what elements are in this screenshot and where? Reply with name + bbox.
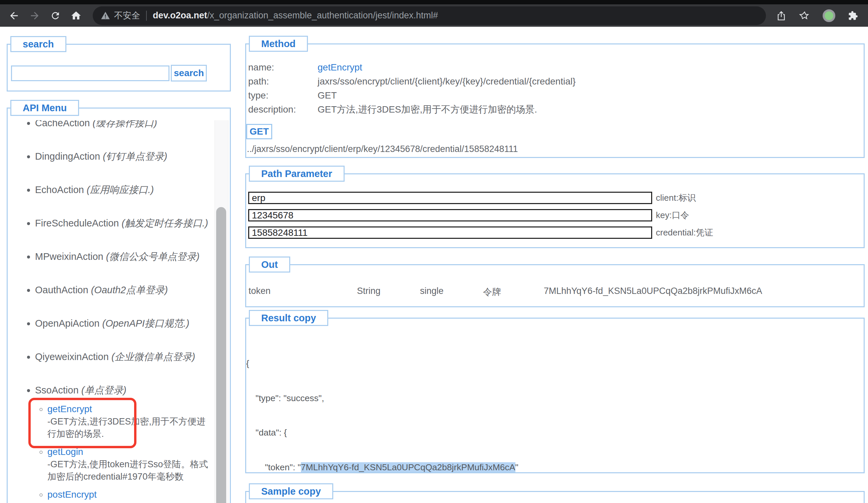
url-domain: dev.o2oa.net bbox=[153, 10, 207, 20]
json-line: { bbox=[246, 358, 518, 369]
menu-item-desc: (微信公众号单点登录) bbox=[106, 251, 199, 262]
menu-item-desc: (应用响应接口.) bbox=[87, 184, 154, 195]
reload-button[interactable] bbox=[47, 7, 64, 24]
method-row-name: name: getEncrypt bbox=[248, 60, 860, 74]
home-icon bbox=[70, 10, 82, 21]
menu-item-desc: (Oauth2点单登录) bbox=[91, 284, 168, 295]
browser-toolbar: 不安全 dev.o2oa.net/x_organization_assemble… bbox=[0, 4, 868, 27]
client-field-label: client:标识 bbox=[656, 192, 696, 204]
back-button[interactable] bbox=[5, 7, 23, 24]
api-menu-list: CacheAction (缓存操作接口) DingdingAction (钉钉单… bbox=[8, 120, 212, 503]
menu-item-name[interactable]: CacheAction bbox=[35, 120, 90, 128]
url-path: /x_organization_assemble_authentication/… bbox=[207, 10, 438, 20]
forward-button[interactable] bbox=[26, 7, 43, 24]
menu-item-cacheaction[interactable]: CacheAction (缓存操作接口) bbox=[35, 120, 212, 130]
security-label: 不安全 bbox=[114, 10, 140, 21]
menu-item-firescheduleaction[interactable]: FireScheduleAction (触发定时任务接口.) bbox=[35, 217, 212, 230]
search-panel-legend: search bbox=[10, 36, 66, 52]
row-label: name: bbox=[248, 62, 318, 73]
get-execute-button[interactable]: GET bbox=[246, 124, 272, 139]
menu-item-dingdingaction[interactable]: DingdingAction (钉钉单点登录) bbox=[35, 150, 212, 163]
menu-scrollbar-track[interactable] bbox=[215, 120, 228, 503]
result-copy-legend[interactable]: Result copy bbox=[249, 310, 328, 326]
postencrypt-link[interactable]: postEncrypt bbox=[48, 489, 97, 500]
row-value: GET方法,进行3DES加密,用于不方便进行加密的场景. bbox=[318, 103, 537, 116]
menu-item-name[interactable]: QiyeweixinAction bbox=[35, 351, 109, 362]
key-field[interactable] bbox=[248, 209, 652, 221]
menu-item-openapiaction[interactable]: OpenApiAction (OpenAPI接口规范.) bbox=[35, 316, 212, 330]
address-divider bbox=[146, 11, 147, 21]
method-legend: Method bbox=[249, 36, 308, 52]
menu-scrollbar-thumb[interactable] bbox=[216, 207, 226, 503]
share-icon[interactable] bbox=[776, 10, 787, 21]
path-parameter-legend: Path Parameter bbox=[249, 166, 344, 182]
credential-field-label: credential:凭证 bbox=[656, 227, 713, 239]
tab-strip bbox=[0, 0, 868, 4]
menu-item-echoaction[interactable]: EchoAction (应用响应接口.) bbox=[35, 183, 212, 197]
sample-copy-legend[interactable]: Sample copy bbox=[249, 483, 333, 499]
path-parameter-panel: Path Parameter client:标识 key:口令 credenti… bbox=[245, 173, 865, 248]
submenu-item-postencrypt[interactable]: postEncrypt bbox=[48, 488, 212, 501]
out-name: token bbox=[249, 286, 270, 296]
menu-item-desc: (触发定时任务接口.) bbox=[122, 218, 208, 229]
bookmark-star-icon[interactable] bbox=[799, 10, 810, 21]
menu-item-name[interactable]: OauthAction bbox=[35, 284, 89, 295]
page-content: search search API Menu CacheAction (缓存操作… bbox=[0, 27, 868, 503]
menu-item-desc: (钉钉单点登录) bbox=[103, 151, 167, 162]
out-token-value: 7MLhhYqY6-fd_KSN5La0UPCqQa2b8jrkPMufiJxM… bbox=[544, 286, 762, 296]
key-field-label: key:口令 bbox=[656, 209, 689, 221]
menu-item-ssoaction[interactable]: SsoAction (单点登录) getEncrypt -GET方法,进行3DE… bbox=[35, 383, 212, 501]
method-name-link[interactable]: getEncrypt bbox=[318, 62, 362, 73]
method-panel: Method name: getEncrypt path: jaxrs/sso/… bbox=[245, 43, 865, 158]
reload-icon bbox=[50, 10, 61, 21]
json-line: "data": { bbox=[246, 427, 518, 439]
credential-field[interactable] bbox=[248, 227, 652, 239]
json-token-line: "token": "7MLhhYqY6-fd_KSN5La0UPCqQa2b8j… bbox=[246, 462, 518, 473]
menu-item-name[interactable]: MPweixinAction bbox=[35, 251, 103, 262]
row-value: jaxrs/sso/encrypt/client/{client}/key/{k… bbox=[318, 76, 576, 87]
json-token-suffix: " bbox=[515, 462, 518, 472]
menu-item-mpweixinaction[interactable]: MPweixinAction (微信公众号单点登录) bbox=[35, 250, 212, 263]
search-button[interactable]: search bbox=[171, 65, 207, 81]
sample-copy-panel: Sample copy bbox=[245, 491, 865, 503]
getencrypt-desc: -GET方法,进行3DES加密,用于不方便进行加密的场景. bbox=[48, 415, 212, 440]
forward-icon bbox=[29, 10, 40, 21]
avatar[interactable] bbox=[823, 9, 835, 22]
menu-item-desc: (缓存操作接口) bbox=[93, 120, 157, 128]
row-label: path: bbox=[248, 76, 318, 87]
menu-item-oauthaction[interactable]: OauthAction (Oauth2点单登录) bbox=[35, 283, 212, 296]
back-icon bbox=[8, 10, 20, 21]
menu-item-desc: (企业微信单点登录) bbox=[111, 351, 195, 362]
search-input[interactable] bbox=[11, 66, 169, 81]
getlogin-link[interactable]: getLogin bbox=[48, 446, 83, 457]
menu-item-name[interactable]: SsoAction bbox=[35, 385, 79, 395]
result-json: { "type": "success", "data": { "token": … bbox=[246, 335, 518, 503]
result-copy-panel: Result copy { "type": "success", "data":… bbox=[245, 318, 865, 473]
submenu-item-getencrypt[interactable]: getEncrypt -GET方法,进行3DES加密,用于不方便进行加密的场景. bbox=[48, 403, 212, 440]
row-label: type: bbox=[248, 90, 318, 101]
menu-item-name[interactable]: DingdingAction bbox=[35, 151, 100, 162]
home-button[interactable] bbox=[68, 7, 85, 24]
out-cardinality: single bbox=[420, 286, 444, 296]
api-menu-panel: API Menu CacheAction (缓存操作接口) DingdingAc… bbox=[7, 108, 231, 503]
submenu-item-getlogin[interactable]: getLogin -GET方法,使用token进行Sso登陆。格式加密后的cre… bbox=[48, 445, 212, 483]
menu-item-name[interactable]: OpenApiAction bbox=[35, 318, 100, 329]
json-line: "type": "success", bbox=[246, 392, 518, 404]
method-row-description: description: GET方法,进行3DES加密,用于不方便进行加密的场景… bbox=[248, 102, 860, 117]
row-label: description: bbox=[248, 104, 318, 115]
json-token-prefix: "token": " bbox=[265, 462, 301, 472]
client-field[interactable] bbox=[248, 192, 652, 204]
method-row-type: type: GET bbox=[248, 89, 860, 102]
address-bar[interactable]: 不安全 dev.o2oa.net/x_organization_assemble… bbox=[93, 6, 766, 25]
url-text: dev.o2oa.net/x_organization_assemble_aut… bbox=[153, 10, 438, 21]
menu-item-name[interactable]: EchoAction bbox=[35, 184, 84, 195]
out-description: 令牌 bbox=[483, 286, 501, 298]
api-menu-legend: API Menu bbox=[10, 100, 79, 116]
row-value: GET bbox=[318, 90, 337, 101]
method-row-path: path: jaxrs/sso/encrypt/client/{client}/… bbox=[248, 74, 860, 89]
menu-item-qiyeweixinaction[interactable]: QiyeweixinAction (企业微信单点登录) bbox=[35, 350, 212, 363]
request-url: ../jaxrs/sso/encrypt/client/erp/key/1234… bbox=[247, 144, 518, 154]
getencrypt-link[interactable]: getEncrypt bbox=[48, 404, 92, 414]
menu-item-name[interactable]: FireScheduleAction bbox=[35, 218, 119, 229]
extensions-puzzle-icon[interactable] bbox=[848, 11, 858, 21]
